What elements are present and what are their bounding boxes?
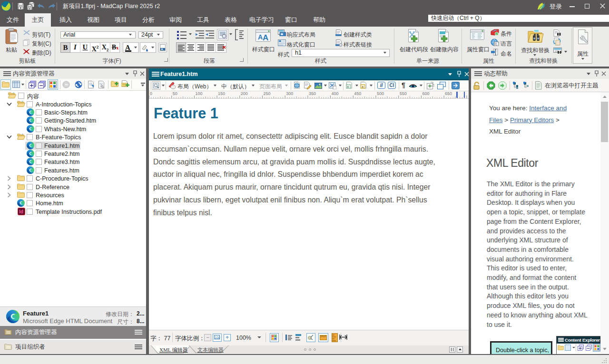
svg-text:300: 300 bbox=[286, 91, 293, 96]
svg-text:250: 250 bbox=[264, 91, 271, 96]
svg-text:450: 450 bbox=[354, 91, 361, 96]
svg-text:600: 600 bbox=[422, 91, 429, 96]
svg-text:500: 500 bbox=[377, 91, 384, 96]
svg-text:650: 650 bbox=[445, 91, 452, 96]
svg-text:L: L bbox=[495, 42, 498, 47]
svg-text:0: 0 bbox=[150, 91, 152, 96]
svg-text:a: a bbox=[362, 85, 363, 88]
svg-text:400: 400 bbox=[332, 91, 339, 96]
svg-text:200: 200 bbox=[241, 91, 248, 96]
svg-text:50: 50 bbox=[173, 91, 177, 96]
svg-text:550: 550 bbox=[400, 91, 407, 96]
svg-text:150: 150 bbox=[218, 91, 225, 96]
svg-text:350: 350 bbox=[309, 91, 316, 96]
svg-text:A: A bbox=[263, 33, 268, 42]
svg-text:x: x bbox=[347, 85, 349, 88]
svg-text:100: 100 bbox=[195, 91, 202, 96]
svg-text:A: A bbox=[258, 33, 263, 41]
